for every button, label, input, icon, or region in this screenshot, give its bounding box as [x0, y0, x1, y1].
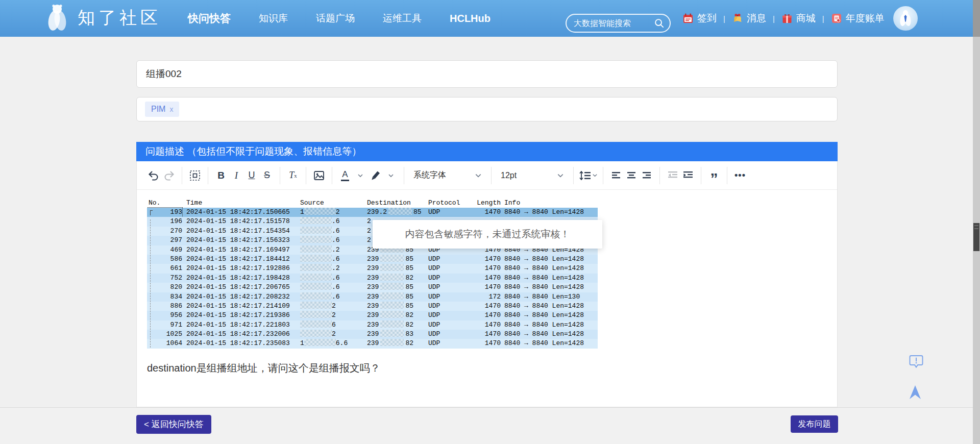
blurred-destination	[380, 264, 404, 271]
blurred-source	[300, 255, 332, 262]
feedback-bubble-icon[interactable]	[909, 354, 924, 369]
blurred-destination	[380, 339, 404, 346]
blurred-destination	[380, 274, 404, 281]
search-box[interactable]	[566, 14, 671, 33]
chevron-down-icon	[475, 172, 482, 179]
pcap-column-header: Source	[300, 199, 324, 207]
chevron-down-icon	[592, 172, 598, 178]
user-link-separator: |	[773, 14, 775, 23]
pcap-row: 5862024-01-15 18:42:17.184412.623985UDP1…	[147, 255, 598, 264]
toolbar-separator	[306, 167, 306, 184]
user-link-annual-bill[interactable]: 年度账单	[831, 12, 885, 25]
user-link-messages[interactable]: 消息	[732, 12, 766, 25]
search-icon[interactable]	[654, 18, 665, 29]
cicada-logo-icon	[44, 4, 70, 32]
user-avatar[interactable]	[893, 6, 918, 31]
highlight-color-dropdown[interactable]	[383, 166, 399, 185]
calendar-icon	[682, 13, 694, 24]
brand-name: 知了社区	[78, 6, 161, 30]
toolbar-separator	[332, 167, 332, 184]
toolbar-separator	[280, 167, 280, 184]
indent-button[interactable]	[680, 166, 696, 185]
text-color-dropdown[interactable]	[353, 166, 368, 185]
pcap-first-frame-bracket	[150, 210, 153, 215]
user-link-sign-in[interactable]: 签到	[682, 12, 717, 25]
question-title-input[interactable]	[137, 61, 837, 87]
underline-button[interactable]: U	[244, 166, 259, 185]
pcap-row: 7522024-01-15 18:42:17.198428.623982UDP1…	[147, 274, 598, 283]
blurred-source	[300, 320, 332, 328]
editor-toolbar: B I U S Tx A 系统	[137, 161, 837, 190]
pcap-row: 1932024-01-15 18:42:17.15066512239.285UD…	[147, 208, 598, 217]
bell-icon	[732, 13, 743, 24]
blurred-destination	[388, 208, 412, 215]
align-right-button[interactable]	[639, 166, 654, 185]
editor-section-header: 问题描述 （包括但不限于问题现象、报错信息等）	[136, 142, 838, 161]
question-body-text: destination是组播组地址，请问这个是组播报文吗？	[147, 361, 380, 375]
blurred-source	[300, 302, 332, 309]
blurred-source	[300, 330, 332, 337]
blurred-source	[300, 217, 332, 224]
select-all-button[interactable]	[187, 166, 203, 185]
nav-item-0[interactable]: 快问快答	[188, 11, 231, 26]
align-center-button[interactable]	[624, 166, 639, 185]
page-scrollbar[interactable]	[973, 0, 980, 444]
nav-item-4[interactable]: HCLHub	[450, 13, 491, 24]
user-link-separator: |	[723, 14, 725, 23]
blurred-destination	[380, 320, 404, 328]
line-height-button[interactable]	[579, 166, 598, 185]
blurred-source	[300, 245, 332, 253]
outdent-button[interactable]	[665, 166, 680, 185]
pcap-column-header: Protocol	[428, 199, 460, 207]
user-link-label: 年度账单	[846, 12, 885, 25]
pcap-row: 9562024-01-15 18:42:17.219386223982UDP14…	[147, 311, 598, 320]
font-size-select[interactable]: 12pt	[497, 166, 568, 185]
toolbar-separator	[491, 167, 492, 184]
insert-image-button[interactable]	[311, 166, 327, 185]
strikethrough-button[interactable]: S	[259, 166, 275, 185]
toolbar-separator	[208, 167, 208, 184]
nav-item-1[interactable]: 知识库	[259, 12, 288, 25]
avatar-cicada-icon	[898, 10, 913, 27]
blockquote-button[interactable]: ”	[706, 166, 722, 185]
undo-button[interactable]	[146, 166, 161, 185]
pcap-row: 6612024-01-15 18:42:17.192886.223985UDP1…	[147, 264, 598, 273]
blurred-destination	[380, 302, 404, 309]
pcap-row: 9712024-01-15 18:42:17.221803623982UDP14…	[147, 320, 598, 330]
nav-item-2[interactable]: 话题广场	[316, 12, 355, 25]
more-tools-button[interactable]: •••	[732, 166, 748, 185]
nav-item-3[interactable]: 运维工具	[383, 12, 422, 25]
toolbar-separator	[603, 167, 603, 184]
tag-chip-pim: PIM x	[145, 102, 179, 117]
blurred-destination	[380, 330, 404, 337]
text-color-button[interactable]: A	[337, 166, 353, 185]
bold-button[interactable]: B	[213, 166, 229, 185]
align-left-button[interactable]	[608, 166, 624, 185]
publish-button[interactable]: 发布问题	[791, 415, 838, 433]
toolbar-separator	[573, 167, 574, 184]
toolbar-separator	[404, 167, 404, 184]
search-input[interactable]	[574, 19, 654, 28]
tag-remove-icon[interactable]: x	[169, 105, 173, 113]
font-family-select[interactable]: 系统字体	[409, 166, 486, 185]
italic-button[interactable]: I	[229, 166, 244, 185]
pcap-column-header: No.	[149, 199, 160, 207]
pcap-header: No.TimeSourceDestinationProtocolLengthIn…	[147, 199, 598, 208]
blurred-source	[300, 264, 332, 271]
scrollbar-thumb[interactable]	[973, 223, 979, 251]
blurred-source	[300, 236, 332, 243]
toolbar-separator	[701, 167, 701, 184]
question-tags-box[interactable]: PIM x	[136, 97, 838, 121]
redo-button[interactable]	[161, 166, 177, 185]
clear-format-button[interactable]: Tx	[285, 166, 301, 185]
user-link-mall[interactable]: 商城	[781, 12, 816, 25]
gift-icon	[781, 13, 793, 24]
back-to-top-icon[interactable]	[906, 384, 924, 401]
audit-toast: 内容包含敏感字符，未通过系统审核！	[373, 220, 602, 249]
highlight-color-button[interactable]	[368, 166, 383, 185]
brand-logo[interactable]: 知了社区	[44, 4, 161, 32]
back-button[interactable]: < 返回快问快答	[136, 415, 211, 434]
top-navbar: 知了社区 快问快答知识库话题广场运维工具HCLHub 签到| 消息| 商城|	[0, 0, 973, 37]
pcap-column-header: Info	[504, 199, 520, 207]
pcap-column-header: Length	[463, 199, 501, 207]
